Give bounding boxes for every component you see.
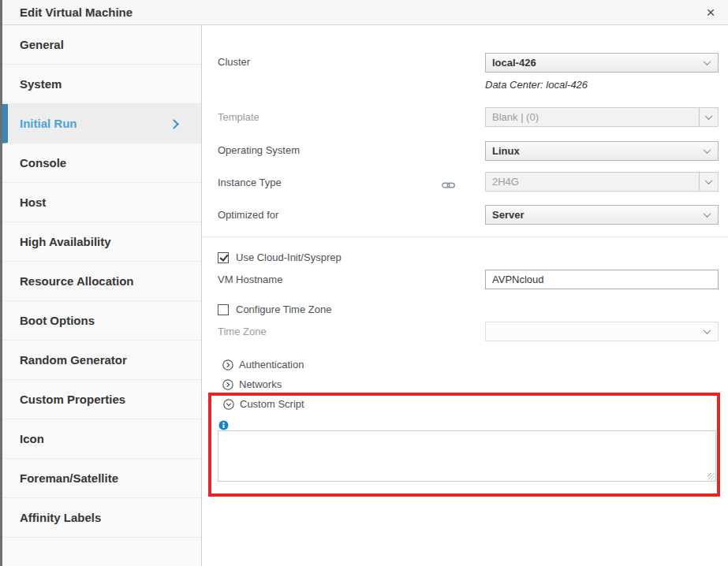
chevron-down-icon (705, 177, 713, 184)
sidebar-item-label: Resource Allocation (20, 274, 133, 288)
optimized-for-value: Server (486, 209, 704, 221)
sidebar-item-host[interactable]: Host (2, 183, 201, 222)
dialog-title: Edit Virtual Machine (2, 6, 133, 19)
chevron-down-icon (704, 210, 711, 218)
chevron-right-icon (169, 119, 179, 129)
networks-label: Networks (239, 378, 282, 390)
chevron-down-circle-icon (223, 399, 234, 410)
sidebar-item-label: Foreman/Satellite (20, 471, 118, 485)
operating-system-label: Operating System (218, 144, 300, 156)
close-icon[interactable]: × (701, 3, 720, 22)
sidebar-item-label: Host (20, 195, 46, 209)
authentication-label: Authentication (239, 359, 304, 371)
chevron-down-icon (704, 58, 711, 65)
template-select[interactable]: Blank | (0) (485, 107, 719, 127)
link-chain-icon (442, 178, 455, 192)
chevron-right-circle-icon (222, 359, 233, 371)
cluster-value: local-426 (486, 57, 704, 69)
configure-time-zone-label: Configure Time Zone (236, 303, 331, 315)
vm-hostname-input[interactable] (485, 270, 719, 289)
sidebar-item-foreman-satellite[interactable]: Foreman/Satellite (2, 459, 201, 498)
dropdown-button[interactable] (699, 173, 718, 191)
operating-system-value: Linux (486, 145, 704, 157)
instance-type-value: 2H4G (486, 176, 699, 188)
sidebar: General System Initial Run Console Host … (2, 25, 202, 566)
optimized-for-select[interactable]: Server (485, 205, 719, 225)
cluster-select[interactable]: local-426 (485, 53, 719, 73)
checkbox-checked-icon (218, 252, 229, 263)
time-zone-select[interactable] (485, 322, 719, 341)
use-cloud-init-label: Use Cloud-Init/Sysprep (236, 251, 342, 263)
operating-system-select[interactable]: Linux (485, 141, 719, 161)
sidebar-item-console[interactable]: Console (2, 143, 201, 183)
template-value: Blank | (0) (486, 111, 699, 123)
sidebar-item-affinity-labels[interactable]: Affinity Labels (2, 498, 201, 538)
sidebar-item-label: Boot Options (20, 314, 95, 327)
dropdown-button[interactable] (699, 108, 718, 126)
sidebar-item-label: Icon (20, 432, 44, 445)
checkbox-unchecked-icon (218, 304, 229, 315)
resize-grip-icon[interactable] (707, 473, 715, 480)
sidebar-item-icon[interactable]: Icon (2, 419, 201, 459)
sidebar-item-label: General (20, 38, 64, 51)
optimized-for-label: Optimized for (218, 209, 278, 221)
sidebar-item-general[interactable]: General (2, 25, 201, 65)
authentication-expander[interactable]: Authentication (222, 359, 304, 371)
sidebar-item-high-availability[interactable]: High Availability (2, 222, 201, 262)
custom-script-label: Custom Script (240, 398, 304, 410)
form-panel: Cluster local-426 Data Center: local-426… (203, 25, 728, 566)
dialog-header: Edit Virtual Machine × (2, 0, 728, 25)
custom-script-textarea[interactable] (218, 430, 716, 482)
chevron-down-icon (704, 326, 711, 334)
data-center-note: Data Center: local-426 (485, 79, 588, 91)
sidebar-item-boot-options[interactable]: Boot Options (2, 301, 201, 341)
time-zone-label: Time Zone (218, 326, 267, 337)
sidebar-item-label: Random Generator (20, 353, 127, 367)
section-divider (203, 236, 728, 237)
chevron-right-circle-icon (222, 379, 233, 390)
sidebar-item-label: Console (20, 156, 66, 169)
sidebar-item-label: System (20, 77, 62, 91)
vm-hostname-label: VM Hostname (218, 274, 282, 285)
template-label: Template (218, 111, 259, 123)
use-cloud-init-checkbox[interactable]: Use Cloud-Init/Sysprep (218, 251, 342, 263)
instance-type-select[interactable]: 2H4G (485, 172, 719, 192)
sidebar-item-initial-run[interactable]: Initial Run (2, 104, 201, 143)
networks-expander[interactable]: Networks (222, 378, 282, 390)
sidebar-item-custom-properties[interactable]: Custom Properties (2, 380, 201, 419)
cluster-label: Cluster (218, 56, 250, 68)
custom-script-expander[interactable]: Custom Script (223, 398, 304, 410)
sidebar-item-random-generator[interactable]: Random Generator (2, 341, 201, 380)
instance-type-label: Instance Type (218, 177, 282, 188)
sidebar-item-label: Custom Properties (20, 393, 125, 406)
sidebar-item-label: High Availability (20, 235, 111, 248)
chevron-down-icon (705, 112, 713, 120)
sidebar-item-label: Affinity Labels (20, 511, 101, 524)
configure-time-zone-checkbox[interactable]: Configure Time Zone (218, 303, 331, 315)
chevron-down-icon (704, 146, 711, 154)
sidebar-item-label: Initial Run (20, 117, 77, 130)
sidebar-item-resource-allocation[interactable]: Resource Allocation (2, 262, 201, 301)
sidebar-item-system[interactable]: System (2, 65, 201, 104)
